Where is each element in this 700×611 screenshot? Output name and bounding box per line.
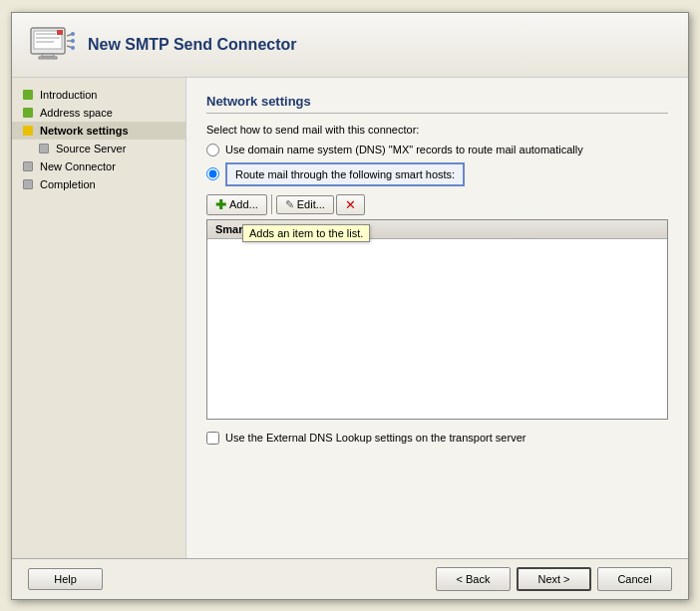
bullet-address-space <box>22 107 34 119</box>
dialog-footer: Help < Back Next > Cancel <box>12 558 688 599</box>
edit-label: Edit... <box>297 198 325 210</box>
main-content: Network settings Select how to send mail… <box>186 78 688 558</box>
wizard-icon <box>28 25 76 65</box>
footer-right: < Back Next > Cancel <box>436 567 672 591</box>
toolbar-area: ✚ Add... ✎ Edit... ✕ Adds an item to the… <box>206 194 668 215</box>
bullet-network-settings <box>22 125 34 137</box>
svg-rect-6 <box>39 57 57 59</box>
add-icon: ✚ <box>215 197 226 212</box>
sidebar-item-network-settings[interactable]: Network settings <box>12 122 185 140</box>
radio-dns[interactable] <box>206 144 219 156</box>
external-dns-label: Use the External DNS Lookup settings on … <box>225 432 525 444</box>
dialog-header: New SMTP Send Connector <box>12 13 688 78</box>
sidebar-item-source-server[interactable]: Source Server <box>12 140 185 157</box>
radio-smart-label: Route mail through the following smart h… <box>235 168 455 180</box>
sidebar-item-address-space[interactable]: Address space <box>12 104 185 122</box>
sidebar-item-introduction[interactable]: Introduction <box>12 86 185 104</box>
bullet-new-connector <box>22 160 34 172</box>
footer-left: Help <box>28 568 103 590</box>
smart-host-option-box: Route mail through the following smart h… <box>225 162 465 186</box>
back-button[interactable]: < Back <box>436 567 511 591</box>
tooltip-add: Adds an item to the list. <box>242 224 370 242</box>
radio-smart[interactable] <box>206 167 219 180</box>
bullet-introduction <box>22 89 34 101</box>
svg-point-13 <box>71 46 75 50</box>
add-button[interactable]: ✚ Add... <box>206 194 267 215</box>
server-icon <box>29 26 75 64</box>
dialog-title: New SMTP Send Connector <box>88 36 297 54</box>
instruction-text: Select how to send mail with this connec… <box>206 124 668 136</box>
toolbar-separator <box>271 194 272 214</box>
toolbar: ✚ Add... ✎ Edit... ✕ <box>206 194 668 215</box>
edit-button[interactable]: ✎ Edit... <box>276 195 334 214</box>
delete-button[interactable]: ✕ <box>336 194 365 215</box>
next-button[interactable]: Next > <box>517 567 591 591</box>
radio-dns-label: Use domain name system (DNS) "MX" record… <box>225 144 583 155</box>
sidebar: Introduction Address space Network setti… <box>12 78 186 558</box>
svg-point-12 <box>71 39 75 43</box>
dialog-body: Introduction Address space Network setti… <box>12 78 688 558</box>
radio-smart-option[interactable]: Route mail through the following smart h… <box>206 162 668 186</box>
radio-dns-option[interactable]: Use domain name system (DNS) "MX" record… <box>206 144 668 156</box>
list-body <box>207 239 667 419</box>
svg-rect-7 <box>57 30 63 35</box>
svg-rect-4 <box>36 41 54 43</box>
external-dns-checkbox[interactable] <box>206 432 219 445</box>
bullet-completion <box>22 178 34 190</box>
edit-icon: ✎ <box>285 198 294 211</box>
sidebar-item-completion[interactable]: Completion <box>12 175 185 193</box>
sidebar-item-new-connector[interactable]: New Connector <box>12 157 185 175</box>
smart-host-list: Smart h... <box>206 219 668 420</box>
bullet-source-server <box>38 143 50 154</box>
external-dns-area[interactable]: Use the External DNS Lookup settings on … <box>206 432 668 445</box>
section-title: Network settings <box>206 94 668 114</box>
cancel-button[interactable]: Cancel <box>597 567 672 591</box>
svg-point-11 <box>71 32 75 36</box>
svg-rect-2 <box>36 33 56 35</box>
help-button[interactable]: Help <box>28 568 103 590</box>
delete-icon: ✕ <box>345 197 356 212</box>
add-label: Add... <box>229 198 258 210</box>
dialog-window: New SMTP Send Connector Introduction Add… <box>11 12 689 600</box>
svg-rect-3 <box>36 37 60 39</box>
